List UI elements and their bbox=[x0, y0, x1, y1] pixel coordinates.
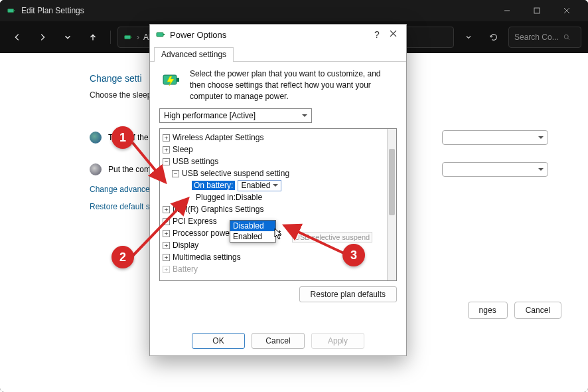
ok-button[interactable]: OK bbox=[192, 333, 245, 349]
refresh-button[interactable] bbox=[483, 27, 504, 48]
node-wireless[interactable]: Wireless Adapter Settings bbox=[173, 133, 263, 142]
help-button[interactable]: ? bbox=[369, 29, 385, 40]
on-battery-combo[interactable]: Enabled bbox=[238, 180, 281, 191]
node-sleep[interactable]: Sleep bbox=[173, 145, 193, 154]
node-pci-express[interactable]: PCI Express bbox=[173, 217, 217, 226]
search-icon bbox=[563, 33, 571, 41]
svg-rect-1 bbox=[14, 10, 15, 11]
node-display[interactable]: Display bbox=[173, 241, 198, 250]
plugged-in-label[interactable]: Plugged in: bbox=[196, 193, 236, 202]
column-plugged-in: in bbox=[375, 113, 588, 122]
dialog-description: Select the power plan that you want to c… bbox=[190, 68, 397, 102]
cursor-icon bbox=[274, 228, 283, 242]
svg-rect-6 bbox=[125, 35, 131, 39]
tree-scrollbar[interactable] bbox=[387, 129, 396, 280]
apply-button[interactable]: Apply bbox=[311, 333, 364, 349]
battery-icon bbox=[123, 33, 133, 42]
dialog-close-button[interactable] bbox=[385, 30, 401, 39]
up-button[interactable] bbox=[82, 27, 104, 48]
on-battery-label[interactable]: On battery: bbox=[192, 181, 235, 190]
svg-rect-15 bbox=[177, 78, 179, 82]
battery-icon bbox=[155, 29, 166, 40]
sleep-icon bbox=[90, 163, 102, 175]
svg-rect-11 bbox=[163, 34, 165, 35]
node-intel-graphics[interactable]: Intel(R) Graphics Settings bbox=[173, 205, 263, 214]
close-button[interactable] bbox=[551, 0, 581, 21]
display-timeout-select[interactable] bbox=[442, 130, 548, 145]
minimize-button[interactable] bbox=[492, 0, 522, 21]
power-plan-icon bbox=[159, 68, 183, 92]
dialog-title: Power Options bbox=[170, 30, 369, 40]
restore-plan-defaults-button[interactable]: Restore plan defaults bbox=[299, 286, 397, 302]
power-options-dialog: Power Options ? Advanced settings Select… bbox=[149, 24, 407, 356]
window-title: Edit Plan Settings bbox=[21, 6, 492, 15]
node-usb-selective-suspend[interactable]: USB selective suspend setting bbox=[182, 169, 289, 178]
tab-advanced-settings[interactable]: Advanced settings bbox=[154, 47, 234, 62]
svg-rect-3 bbox=[534, 8, 540, 13]
display-icon bbox=[90, 132, 102, 144]
address-dropdown[interactable] bbox=[458, 27, 479, 48]
search-placeholder: Search Co... bbox=[514, 33, 559, 42]
forward-button[interactable] bbox=[32, 27, 53, 48]
annotation-callout-1: 1 bbox=[111, 126, 134, 149]
plugged-in-dropdown[interactable]: Disabled Enabled bbox=[230, 220, 276, 243]
svg-line-9 bbox=[567, 39, 569, 40]
save-changes-button[interactable]: nges bbox=[468, 302, 508, 319]
battery-icon bbox=[7, 6, 16, 15]
back-button[interactable] bbox=[7, 27, 28, 48]
svg-rect-10 bbox=[157, 33, 163, 37]
node-battery[interactable]: Battery bbox=[173, 264, 198, 274]
tooltip: USB selective suspend bbox=[292, 232, 372, 243]
maximize-button[interactable] bbox=[522, 0, 551, 21]
svg-point-8 bbox=[564, 35, 568, 39]
dropdown-option-enabled[interactable]: Enabled bbox=[230, 231, 275, 242]
svg-rect-0 bbox=[8, 9, 14, 12]
node-multimedia[interactable]: Multimedia settings bbox=[173, 252, 241, 262]
node-usb-settings[interactable]: USB settings bbox=[173, 157, 218, 166]
window-titlebar: Edit Plan Settings bbox=[0, 0, 588, 21]
dropdown-option-disabled[interactable]: Disabled bbox=[230, 221, 275, 231]
cancel-button[interactable]: Cancel bbox=[252, 333, 305, 349]
svg-rect-7 bbox=[131, 37, 132, 38]
annotation-callout-2: 2 bbox=[111, 246, 134, 268]
cancel-button[interactable]: Cancel bbox=[514, 302, 561, 319]
sleep-timeout-select[interactable] bbox=[442, 162, 548, 177]
power-plan-select[interactable]: High performance [Active] bbox=[159, 108, 312, 123]
row-sleep: Put the com bbox=[108, 165, 151, 174]
annotation-callout-3: 3 bbox=[342, 244, 365, 266]
search-input[interactable]: Search Co... bbox=[508, 27, 581, 48]
recent-dropdown[interactable] bbox=[57, 27, 78, 48]
